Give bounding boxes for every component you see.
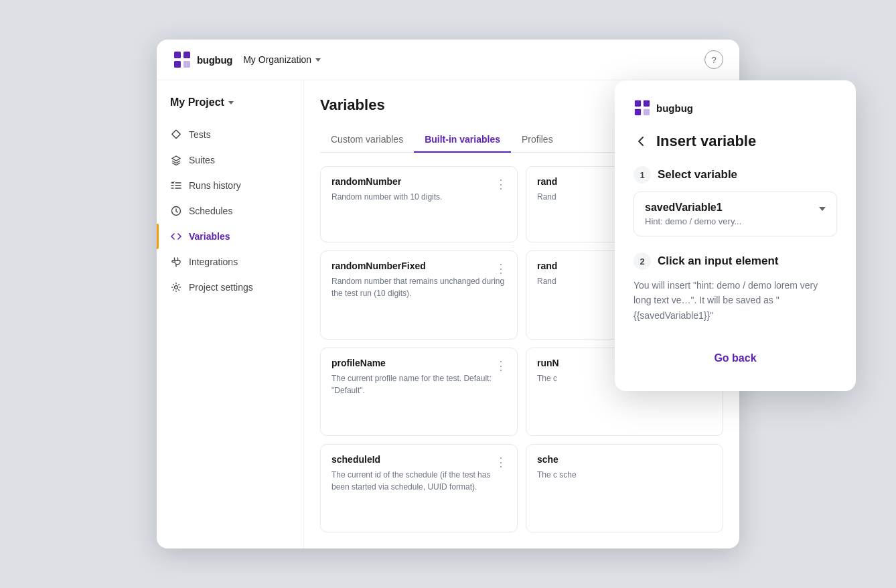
tests-label: Tests <box>189 129 211 140</box>
variable-desc: The current profile name for the test. D… <box>331 372 506 396</box>
variable-name: scheduleId <box>331 454 506 465</box>
step-1-header: 1 Select variable <box>633 166 837 183</box>
top-bar: bugbug My Organization ? <box>157 40 739 80</box>
step-2-description: You will insert "hint: demo / demo lorem… <box>633 278 837 323</box>
plug-icon <box>170 256 182 268</box>
clock-icon <box>170 205 182 217</box>
back-arrow-button[interactable] <box>633 134 648 149</box>
tab-profiles[interactable]: Profiles <box>511 127 564 153</box>
sidebar-item-integrations[interactable]: Integrations <box>157 249 303 275</box>
variable-name: profileName <box>331 358 506 368</box>
sidebar-item-suites[interactable]: Suites <box>157 147 303 173</box>
step-2: 2 Click an input element You will insert… <box>633 252 837 323</box>
panel-title: Insert variable <box>656 133 756 150</box>
logo: bugbug <box>173 50 232 69</box>
org-selector[interactable]: My Organization <box>243 54 321 65</box>
svg-rect-0 <box>174 52 181 58</box>
runs-history-label: Runs history <box>189 180 241 191</box>
svg-rect-3 <box>183 61 190 68</box>
svg-rect-10 <box>635 109 641 115</box>
svg-rect-2 <box>174 61 181 68</box>
panel-logo: bugbug <box>633 99 837 117</box>
bugbug-logo-icon <box>173 50 192 69</box>
panel-header: Insert variable <box>633 133 837 150</box>
project-chevron-icon <box>228 101 234 104</box>
help-button[interactable]: ? <box>704 50 723 69</box>
sidebar-item-project-settings[interactable]: Project settings <box>157 275 303 300</box>
variable-desc: The c sche <box>537 469 712 481</box>
variable-card-sche: sche The c sche <box>526 444 723 532</box>
org-chevron-icon <box>315 58 321 62</box>
variable-selector-info: savedVariable1 Hint: demo / demo very... <box>645 202 741 226</box>
layers-icon <box>170 154 182 166</box>
step-2-number: 2 <box>633 252 651 270</box>
integrations-label: Integrations <box>189 256 238 267</box>
top-bar-left: bugbug My Organization <box>173 50 321 69</box>
variable-selector-dropdown[interactable]: savedVariable1 Hint: demo / demo very... <box>633 192 837 236</box>
panel-logo-text: bugbug <box>656 102 693 114</box>
step-2-header: 2 Click an input element <box>633 252 837 270</box>
variable-menu-button[interactable]: ⋮ <box>493 454 509 470</box>
step-1: 1 Select variable savedVariable1 Hint: d… <box>633 166 837 236</box>
variable-menu-button[interactable]: ⋮ <box>493 176 509 192</box>
variable-menu-button[interactable]: ⋮ <box>493 358 509 374</box>
project-selector[interactable]: My Project <box>157 96 303 122</box>
svg-rect-11 <box>644 109 650 115</box>
sidebar-item-tests[interactable]: Tests <box>157 122 303 147</box>
variable-card-randomnumberfixed: randomNumberFixed Random number that rem… <box>320 250 518 339</box>
logo-text: bugbug <box>197 54 232 66</box>
variable-desc: Random number with 10 digits. <box>331 191 506 203</box>
sidebar-item-variables[interactable]: Variables <box>157 224 303 249</box>
svg-rect-4 <box>172 130 181 139</box>
go-back-button[interactable]: Go back <box>633 344 837 372</box>
org-name: My Organization <box>243 54 311 65</box>
variables-label: Variables <box>189 231 230 242</box>
schedules-label: Schedules <box>189 206 232 216</box>
variable-card-scheduleid: scheduleId The current id of the schedul… <box>320 444 518 532</box>
svg-point-7 <box>175 286 178 289</box>
step-2-title: Click an input element <box>658 254 778 268</box>
variable-menu-button[interactable]: ⋮ <box>493 261 509 277</box>
gear-icon <box>170 281 182 293</box>
code-icon <box>170 230 182 242</box>
insert-variable-panel: bugbug Insert variable 1 Select variable… <box>615 80 856 391</box>
sidebar: My Project Tests <box>157 80 304 548</box>
variable-desc: Random number that remains unchanged dur… <box>331 275 506 299</box>
panel-logo-icon <box>633 99 651 117</box>
variable-desc: The current id of the schedule (if the t… <box>331 469 506 493</box>
svg-rect-9 <box>644 100 650 106</box>
svg-rect-1 <box>183 52 190 58</box>
variable-card-randomnumber: randomNumber Random number with 10 digit… <box>320 166 518 242</box>
tab-custom-variables[interactable]: Custom variables <box>320 127 414 153</box>
step-1-number: 1 <box>633 166 651 183</box>
selected-variable-name: savedVariable1 <box>645 202 741 214</box>
sidebar-item-schedules[interactable]: Schedules <box>157 198 303 224</box>
sidebar-item-runs-history[interactable]: Runs history <box>157 173 303 198</box>
list-check-icon <box>170 179 182 192</box>
help-icon: ? <box>711 55 716 65</box>
tab-builtin-variables[interactable]: Built-in variables <box>414 127 511 153</box>
variable-name: randomNumber <box>331 176 506 187</box>
selected-variable-hint: Hint: demo / demo very... <box>645 216 741 226</box>
project-settings-label: Project settings <box>189 282 253 293</box>
variable-dropdown-chevron-icon <box>819 207 826 211</box>
variable-name: randomNumberFixed <box>331 261 506 271</box>
diamond-icon <box>170 129 182 141</box>
suites-label: Suites <box>189 155 215 165</box>
variable-card-profilename: profileName The current profile name for… <box>320 348 518 436</box>
project-name: My Project <box>170 96 224 108</box>
step-1-title: Select variable <box>658 168 737 181</box>
svg-rect-8 <box>635 100 641 106</box>
variable-name: sche <box>537 454 712 465</box>
